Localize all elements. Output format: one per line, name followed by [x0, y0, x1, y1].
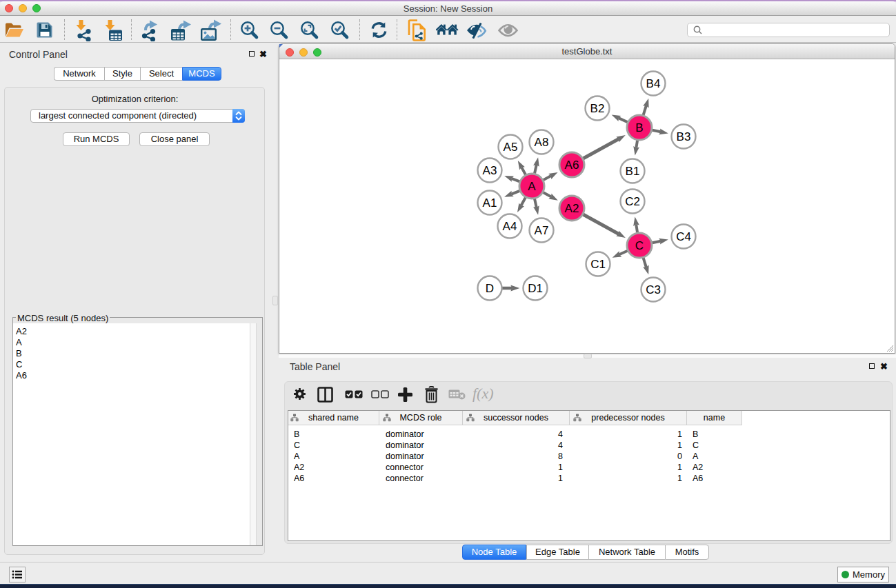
svg-text:A: A [528, 180, 536, 193]
svg-text:A5: A5 [504, 141, 518, 154]
svg-text:A6: A6 [565, 159, 579, 172]
svg-text:B4: B4 [646, 77, 661, 90]
svg-text:A1: A1 [483, 196, 497, 210]
svg-text:B1: B1 [626, 165, 640, 178]
svg-text:B2: B2 [590, 102, 605, 115]
svg-text:A3: A3 [483, 164, 497, 177]
svg-text:A2: A2 [565, 202, 579, 215]
svg-text:D: D [486, 282, 494, 295]
svg-text:A4: A4 [503, 220, 517, 233]
svg-text:C4: C4 [676, 230, 691, 243]
svg-text:C1: C1 [590, 258, 606, 271]
svg-text:A8: A8 [535, 136, 549, 149]
svg-text:B3: B3 [677, 130, 691, 143]
svg-text:C: C [635, 239, 644, 252]
svg-text:C3: C3 [646, 283, 661, 296]
svg-text:D1: D1 [528, 282, 543, 295]
svg-text:C2: C2 [625, 195, 640, 208]
svg-text:A7: A7 [535, 224, 549, 237]
svg-text:B: B [635, 121, 643, 134]
